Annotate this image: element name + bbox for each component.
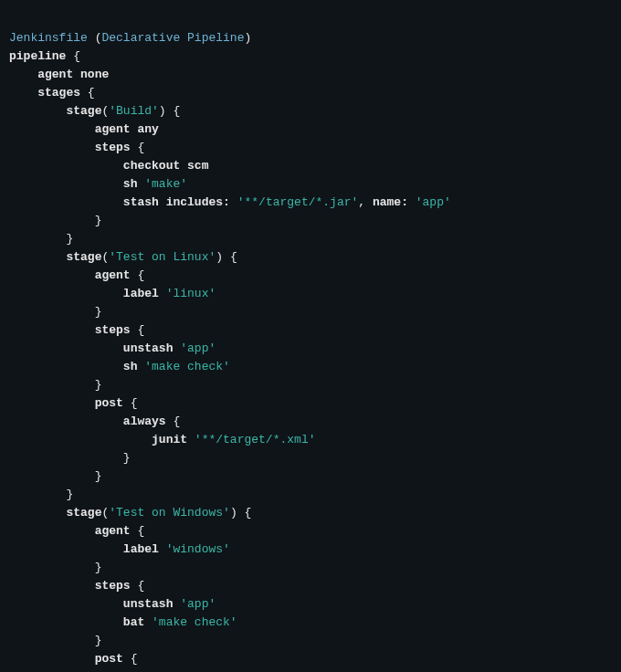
kw-steps: steps (95, 141, 131, 154)
str-test-windows: 'Test on Windows' (109, 506, 230, 520)
code-block: Jenkinsfile (Declarative Pipeline) pipel… (9, 11, 612, 672)
brace: { (237, 506, 252, 520)
str-linux: 'linux' (166, 287, 216, 300)
brace: { (131, 579, 145, 593)
kw-junit: junit (152, 433, 187, 446)
kw-label: label (123, 542, 159, 556)
kw-always: always (123, 415, 166, 428)
sp (144, 615, 152, 629)
kw-agent: agent (95, 524, 131, 538)
kw-any: any (137, 122, 158, 136)
sp (159, 195, 166, 209)
brace: { (131, 141, 145, 154)
comma: , (358, 195, 373, 209)
str-app: 'app' (416, 195, 451, 209)
kw-label: label (123, 287, 159, 300)
kw-stage: stage (66, 104, 101, 118)
str-target-jar: '**/target/*.jar' (237, 195, 359, 209)
kw-agent: agent (95, 268, 131, 282)
brace: { (131, 268, 145, 282)
brace: } (66, 232, 73, 246)
kw-none: none (80, 68, 109, 81)
kw-agent: agent (37, 68, 73, 81)
kw-stage: stage (66, 250, 101, 264)
brace: { (80, 86, 95, 100)
kw-unstash: unstash (123, 341, 174, 355)
kw-stages: stages (37, 86, 80, 100)
kw-steps: steps (95, 579, 131, 593)
kw-sh: sh (123, 360, 138, 373)
brace: } (66, 488, 73, 501)
kw-includes: includes: (166, 195, 230, 209)
kw-pipeline: pipeline (9, 49, 66, 63)
sp (159, 542, 166, 556)
brace: } (95, 378, 102, 392)
kw-stage: stage (66, 506, 101, 520)
brace: { (131, 524, 145, 538)
brace: { (123, 652, 138, 666)
brace: { (223, 250, 237, 264)
str-make: 'make' (144, 177, 187, 191)
paren: ) (216, 250, 223, 264)
sp (180, 159, 187, 173)
brace: { (123, 396, 138, 410)
brace: } (95, 634, 102, 647)
kw-name: name: (373, 195, 408, 209)
str-target-xml: '**/target/*.xml' (195, 433, 316, 446)
open-paren: ( (88, 31, 102, 45)
kw-bat: bat (123, 615, 144, 629)
paren: ) (230, 506, 237, 520)
brace: { (131, 323, 145, 337)
brace: } (123, 451, 131, 465)
brace: } (95, 214, 102, 227)
kw-sh: sh (123, 177, 138, 191)
kw-unstash: unstash (123, 597, 174, 611)
sp (159, 287, 166, 300)
kw-post: post (95, 652, 123, 666)
sp (230, 195, 237, 209)
brace: { (166, 415, 181, 428)
kw-steps: steps (95, 323, 131, 337)
kw-agent: agent (95, 122, 131, 136)
brace: } (95, 305, 102, 319)
kw-post: post (95, 396, 123, 410)
header-comment: Declarative Pipeline (101, 31, 244, 45)
str-make-check: 'make check' (152, 615, 237, 629)
kw-stash: stash (123, 195, 159, 209)
str-test-linux: 'Test on Linux' (109, 250, 216, 264)
kw-checkout: checkout (123, 159, 180, 173)
brace: } (95, 561, 102, 574)
str-build: 'Build' (109, 104, 159, 118)
sp (408, 195, 416, 209)
str-make-check: 'make check' (144, 360, 230, 373)
sp (73, 68, 80, 81)
filename: Jenkinsfile (9, 31, 88, 45)
brace: { (166, 104, 181, 118)
kw-scm: scm (187, 159, 208, 173)
close-paren: ) (244, 31, 251, 45)
brace: { (66, 49, 80, 63)
str-app: 'app' (180, 597, 216, 611)
paren: ) (159, 104, 166, 118)
brace: } (95, 469, 102, 483)
sp (187, 433, 195, 446)
str-app: 'app' (180, 341, 216, 355)
str-windows: 'windows' (166, 542, 230, 556)
